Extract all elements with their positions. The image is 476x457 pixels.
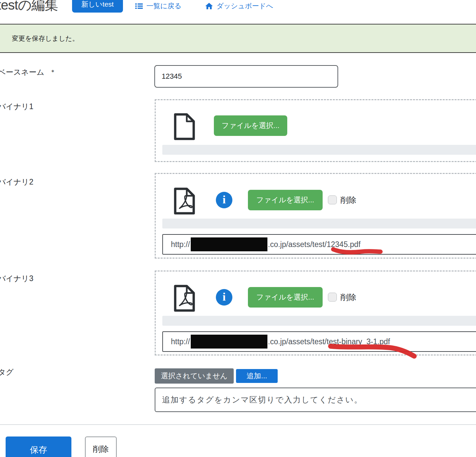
basename-label: ベースネーム＊ — [0, 67, 56, 77]
required-mark: ＊ — [50, 68, 56, 75]
save-button[interactable]: 保存 — [6, 436, 71, 457]
info-icon[interactable]: i — [216, 192, 232, 208]
basename-input[interactable] — [154, 65, 338, 88]
save-success-alert: 変更を保存しました。 — [0, 24, 476, 53]
binary1-progress-bar — [162, 145, 476, 155]
binary3-label: バイナリ3 — [0, 273, 33, 284]
binary2-file-select-button[interactable]: ファイルを選択... — [248, 190, 323, 210]
binary3-delete-label: 削除 — [340, 292, 356, 303]
new-test-button[interactable]: 新しいtest — [72, 0, 123, 13]
binary2-url-suffix: .co.jp/assets/test/12345.pdf — [268, 240, 361, 249]
tags-label: タグ — [0, 367, 14, 377]
info-icon[interactable]: i — [216, 289, 232, 306]
tags-add-button[interactable]: 追加... — [236, 369, 278, 383]
binary3-delete-checkbox[interactable] — [328, 293, 337, 302]
tags-input[interactable] — [155, 388, 476, 412]
binary3-url-suffix: .co.jp/assets/test/test-binary_3-1.pdf — [268, 337, 390, 346]
delete-button[interactable]: 削除 — [85, 436, 117, 457]
back-to-list-link[interactable]: 一覧に戻る — [135, 1, 181, 11]
binary3-progress-bar — [162, 316, 476, 326]
binary2-url-input[interactable]: http:// .co.jp/assets/test/12345.pdf — [162, 234, 476, 255]
dashboard-label: ダッシュボードへ — [217, 1, 273, 11]
binary2-url-prefix: http:// — [171, 240, 190, 249]
footer-divider — [0, 424, 476, 425]
edit-test-page: testの編集 新しいtest 一覧に戻る ダッシュボードへ 変更を保存しました… — [0, 0, 476, 457]
binary1-file-select-button[interactable]: ファイルを選択... — [214, 115, 287, 136]
binary3-url-input[interactable]: http:// .co.jp/assets/test/test-binary_3… — [162, 331, 476, 352]
list-icon — [135, 2, 143, 10]
alert-message: 変更を保存しました。 — [12, 34, 79, 43]
binary2-delete-label: 削除 — [340, 195, 356, 205]
home-icon — [205, 2, 213, 10]
dashboard-link[interactable]: ダッシュボードへ — [205, 1, 273, 11]
back-to-list-label: 一覧に戻る — [146, 1, 181, 11]
pdf-file-icon — [172, 284, 197, 312]
binary1-label: バイナリ1 — [0, 102, 33, 112]
tags-none-selected-button[interactable]: 選択されていません — [155, 368, 234, 384]
binary3-url-prefix: http:// — [171, 337, 190, 346]
binary2-progress-bar — [162, 219, 476, 228]
binary2-label: バイナリ2 — [0, 177, 33, 187]
page-title: testの編集 — [0, 0, 58, 14]
redacted-domain — [191, 335, 267, 349]
redacted-domain — [191, 237, 267, 251]
file-icon — [172, 113, 197, 141]
binary1-dropzone[interactable]: ファイルを選択... — [155, 99, 476, 162]
binary2-delete-checkbox[interactable] — [328, 195, 337, 204]
binary2-dropzone[interactable]: i ファイルを選択... 削除 http:// .co.jp/assets/te… — [155, 173, 476, 259]
pdf-file-icon — [172, 187, 197, 215]
binary3-dropzone[interactable]: i ファイルを選択... 削除 http:// .co.jp/assets/te… — [155, 270, 476, 355]
binary3-file-select-button[interactable]: ファイルを選択... — [248, 287, 323, 308]
